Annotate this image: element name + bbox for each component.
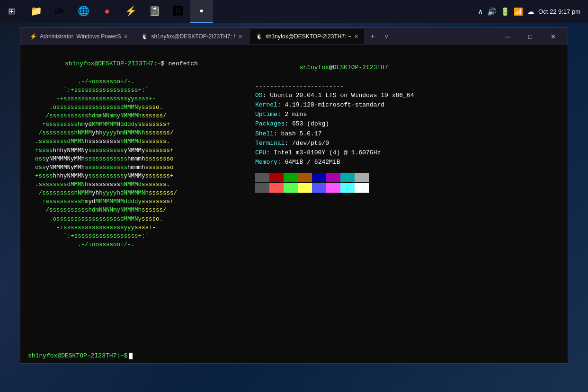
nf-uptime-val: : 2 mins bbox=[277, 111, 307, 118]
taskbar-app-n[interactable]: 🅽 bbox=[167, 0, 189, 23]
nf-memory-line: Memory: 64MiB / 6242MiB bbox=[255, 158, 560, 167]
swatch-white bbox=[355, 183, 369, 193]
prompt1-user: sh1nyfox@DESKTOP-2I23TH7:~ bbox=[65, 60, 161, 67]
tab-admin-powershell[interactable]: ⚡ Administrator: Windows PowerS ✕ bbox=[24, 29, 134, 44]
terminal-titlebar: ⚡ Administrator: Windows PowerS ✕ 🐧 sh1n… bbox=[20, 28, 568, 45]
taskbar: ⊞ 📁 🛍 🌐 ● ⚡ 📓 🅽 ▪ ∧ 🔊 🔋 📶 ☁ Oct 22 9:17 … bbox=[0, 0, 588, 23]
nf-shell-val: : bash 5.0.17 bbox=[274, 130, 321, 137]
start-button[interactable]: ⊞ bbox=[0, 0, 23, 23]
taskbar-app-chrome[interactable]: ● bbox=[96, 0, 118, 23]
nf-os-val: : Ubuntu 20.04.1 LTS on Windows 10 x86_6… bbox=[263, 92, 414, 99]
taskbar-app-notepad[interactable]: 📓 bbox=[143, 0, 166, 23]
tab3-close[interactable]: ✕ bbox=[354, 34, 358, 40]
swatch-bright-cyan bbox=[340, 183, 355, 193]
tab2-close[interactable]: ✕ bbox=[238, 34, 242, 40]
taskbar-datetime: Oct 22 9:17 pm bbox=[538, 8, 580, 15]
terminal-window: ⚡ Administrator: Windows PowerS ✕ 🐧 sh1n… bbox=[20, 27, 568, 364]
bottom-prompt[interactable]: sh1nyfox@DESKTOP-2I23TH7:~$ bbox=[20, 350, 568, 363]
tray-wifi[interactable]: 📶 bbox=[514, 7, 523, 16]
tray-battery[interactable]: 🔋 bbox=[500, 7, 510, 16]
desktop: ⊞ 📁 🛍 🌐 ● ⚡ 📓 🅽 ▪ ∧ 🔊 🔋 📶 ☁ Oct 22 9:17 … bbox=[0, 0, 588, 392]
tray-cloud[interactable]: ☁ bbox=[527, 7, 535, 16]
nf-kernel-key: Kernel bbox=[255, 101, 277, 108]
tab3-label: sh1nyfox@DESKTOP-2I23TH7: ~ bbox=[266, 33, 351, 40]
nf-cpu-key: CPU bbox=[255, 149, 266, 156]
nf-user: sh1nyfox bbox=[300, 64, 329, 71]
prompt2-text: sh1nyfox@DESKTOP-2I23TH7:~$ bbox=[28, 352, 128, 359]
nf-cpu-val: : Intel m3-8100Y (4) @ 1.607GHz bbox=[266, 149, 381, 156]
tab-wsl-slash[interactable]: 🐧 sh1nyfox@DESKTOP-2I23TH7: / ✕ bbox=[135, 29, 248, 44]
color-palette bbox=[255, 173, 560, 193]
swatch-bright-magenta bbox=[326, 183, 340, 193]
nf-packages-val: : 653 (dpkg) bbox=[285, 120, 329, 127]
tab1-close[interactable]: ✕ bbox=[124, 34, 128, 40]
swatch-bright-black bbox=[255, 183, 269, 193]
tab-list-button[interactable]: ∨ bbox=[381, 31, 392, 42]
swatch-dark-magenta bbox=[326, 173, 340, 182]
nf-uptime-line: Uptime: 2 mins bbox=[255, 110, 560, 119]
taskbar-app-store[interactable]: 🛍 bbox=[48, 0, 71, 23]
nf-host: DESKTOP-2I23TH7 bbox=[333, 64, 388, 71]
minimize-button[interactable]: ─ bbox=[497, 29, 518, 44]
nf-packages-line: Packages: 653 (dpkg) bbox=[255, 119, 560, 129]
swatch-bright-yellow bbox=[298, 183, 312, 193]
palette-row-top bbox=[255, 173, 560, 182]
nf-kernel-line: Kernel: 4.19.128-microsoft-standard bbox=[255, 100, 560, 110]
nf-cpu-line: CPU: Intel m3-8100Y (4) @ 1.607GHz bbox=[255, 148, 560, 158]
tab2-label: sh1nyfox@DESKTOP-2I23TH7: / bbox=[151, 33, 235, 40]
tab3-icon: 🐧 bbox=[256, 33, 263, 40]
swatch-light-gray bbox=[355, 173, 369, 182]
window-controls: ─ □ ✕ bbox=[497, 29, 564, 44]
swatch-bright-blue bbox=[312, 183, 326, 193]
nf-username: sh1nyfox@DESKTOP-2I23TH7 bbox=[255, 64, 388, 81]
nf-os-line: OS: Ubuntu 20.04.1 LTS on Windows 10 x86… bbox=[255, 91, 560, 100]
windows-icon: ⊞ bbox=[8, 6, 15, 17]
swatch-bright-red bbox=[269, 183, 284, 193]
tray-chevron[interactable]: ∧ bbox=[478, 7, 483, 16]
nf-shell-key: Shell bbox=[255, 130, 274, 137]
nf-os-key: OS bbox=[255, 92, 263, 99]
ascii-art: .-/+oossssoo+/-. `:+ssssssssssssssssss+:… bbox=[28, 78, 236, 249]
tab1-icon: ⚡ bbox=[30, 33, 37, 40]
taskbar-system-tray: ∧ 🔊 🔋 📶 ☁ Oct 22 9:17 pm bbox=[478, 7, 588, 16]
nf-shell-line: Shell: bash 5.0.17 bbox=[255, 129, 560, 139]
nf-terminal-val: : /dev/pts/0 bbox=[285, 140, 329, 147]
swatch-dark-red bbox=[269, 173, 284, 182]
taskbar-app-terminal[interactable]: ⚡ bbox=[119, 0, 142, 23]
swatch-dark-gray bbox=[255, 173, 269, 182]
nf-kernel-val: : 4.19.128-microsoft-standard bbox=[277, 101, 384, 108]
palette-row-bottom bbox=[255, 183, 560, 193]
taskbar-apps: 📁 🛍 🌐 ● ⚡ 📓 🅽 ▪ bbox=[23, 0, 478, 23]
command-line: sh1nyfox@DESKTOP-2I23TH7:~$ neofetch bbox=[28, 50, 236, 78]
tray-volume[interactable]: 🔊 bbox=[487, 7, 497, 16]
sysinfo-panel: sh1nyfox@DESKTOP-2I23TH7 ---------------… bbox=[255, 50, 560, 346]
nf-separator: ------------------------ bbox=[255, 82, 560, 91]
nf-packages-key: Packages bbox=[255, 120, 285, 127]
prompt1-cmd: $ neofetch bbox=[161, 60, 198, 67]
nf-at: @ bbox=[329, 64, 333, 71]
tab-wsl-home[interactable]: 🐧 sh1nyfox@DESKTOP-2I23TH7: ~ ✕ bbox=[250, 29, 364, 44]
taskbar-app-file-explorer[interactable]: 📁 bbox=[25, 0, 47, 23]
tab2-icon: 🐧 bbox=[141, 33, 148, 40]
swatch-dark-blue bbox=[312, 173, 326, 182]
taskbar-app-powershell[interactable]: ▪ bbox=[190, 0, 213, 23]
terminal-body[interactable]: sh1nyfox@DESKTOP-2I23TH7:~$ neofetch .-/… bbox=[20, 45, 568, 350]
close-button[interactable]: ✕ bbox=[542, 29, 564, 44]
swatch-dark-green bbox=[284, 173, 298, 182]
maximize-button[interactable]: □ bbox=[519, 29, 541, 44]
cursor bbox=[129, 353, 133, 359]
nf-terminal-line: Terminal: /dev/pts/0 bbox=[255, 139, 560, 148]
swatch-dark-cyan bbox=[340, 173, 355, 182]
swatch-bright-green bbox=[284, 183, 298, 193]
ascii-art-panel: sh1nyfox@DESKTOP-2I23TH7:~$ neofetch .-/… bbox=[28, 50, 236, 346]
nf-uptime-key: Uptime bbox=[255, 111, 277, 118]
nf-memory-val: : 64MiB / 6242MiB bbox=[277, 159, 340, 166]
nf-memory-key: Memory bbox=[255, 159, 277, 166]
tab-add-button[interactable]: + bbox=[366, 30, 379, 43]
nf-terminal-key: Terminal bbox=[255, 140, 285, 147]
swatch-dark-yellow bbox=[298, 173, 312, 182]
taskbar-app-ie[interactable]: 🌐 bbox=[72, 0, 95, 23]
tab1-label: Administrator: Windows PowerS bbox=[40, 33, 121, 40]
